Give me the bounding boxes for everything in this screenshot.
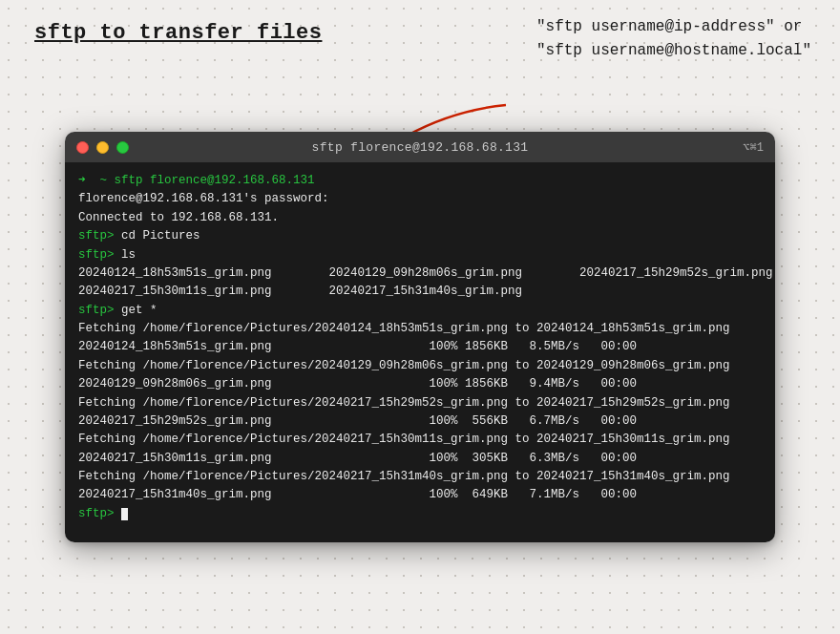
titlebar-shortcut: ⌥⌘1	[743, 140, 764, 155]
terminal-line: Fetching /home/florence/Pictures/2024012…	[78, 320, 762, 338]
terminal-line: sftp> get *	[78, 302, 762, 320]
annotation-line2: "sftp username@hostname.local"	[536, 39, 811, 63]
terminal-line: sftp> ls	[78, 246, 762, 264]
terminal-line: Fetching /home/florence/Pictures/2024021…	[78, 394, 762, 412]
terminal-line: 20240129_09h28m06s_grim.png 100% 1856KB …	[78, 375, 762, 393]
close-button[interactable]	[76, 141, 89, 154]
terminal-line: Fetching /home/florence/Pictures/2024021…	[78, 431, 762, 449]
terminal-line: 20240217_15h30m11s_grim.png 20240217_15h…	[78, 283, 762, 301]
terminal-window: sftp florence@192.168.68.131 ⌥⌘1 ➜ ~ sft…	[65, 132, 775, 542]
cursor-block	[121, 508, 128, 520]
terminal-line: ➜ ~ sftp florence@192.168.68.131	[78, 172, 762, 190]
terminal-line: 20240124_18h53m51s_grim.png 100% 1856KB …	[78, 338, 762, 356]
terminal-line: Fetching /home/florence/Pictures/2024012…	[78, 357, 762, 375]
page-title: sftp to transfer files	[34, 21, 322, 45]
terminal-line: sftp>	[78, 505, 762, 523]
terminal-line: Connected to 192.168.68.131.	[78, 209, 762, 227]
terminal-line: florence@192.168.68.131's password:	[78, 190, 762, 208]
maximize-button[interactable]	[116, 141, 129, 154]
terminal-line: sftp> cd Pictures	[78, 227, 762, 245]
terminal-titlebar: sftp florence@192.168.68.131 ⌥⌘1	[65, 132, 775, 162]
titlebar-title: sftp florence@192.168.68.131	[312, 140, 529, 155]
annotation-text: "sftp username@ip-address" or "sftp user…	[536, 15, 811, 63]
terminal-line: Fetching /home/florence/Pictures/2024021…	[78, 468, 762, 486]
minimize-button[interactable]	[96, 141, 109, 154]
terminal-line: 20240124_18h53m51s_grim.png 20240129_09h…	[78, 264, 762, 283]
terminal-line: 20240217_15h29m52s_grim.png 100% 556KB 6…	[78, 412, 762, 431]
annotation-line1: "sftp username@ip-address" or	[536, 15, 811, 39]
terminal-body: ➜ ~ sftp florence@192.168.68.131florence…	[65, 162, 775, 542]
terminal-line: 20240217_15h31m40s_grim.png 100% 649KB 7…	[78, 486, 762, 504]
terminal-line: 20240217_15h30m11s_grim.png 100% 305KB 6…	[78, 450, 762, 468]
